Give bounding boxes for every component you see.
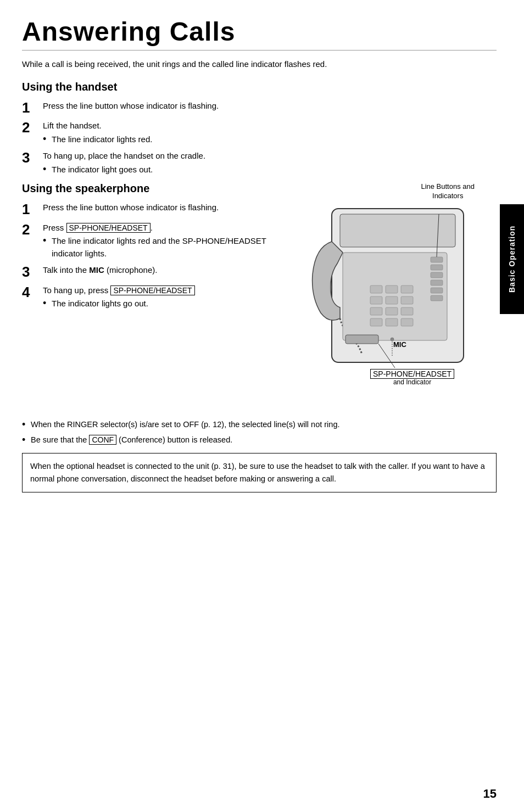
step-number: 2 [22, 120, 43, 136]
bullet-text: The indicator light goes out. [52, 164, 153, 176]
info-box: When the optional headset is connected t… [22, 453, 497, 492]
svg-rect-10 [386, 285, 398, 293]
svg-rect-3 [431, 257, 443, 262]
sp-phone-headset-box: SP-PHONE/HEADSET [66, 223, 150, 233]
step-number: 4 [22, 284, 43, 300]
phone-illustration-area: Line Buttons and Indicators [299, 182, 497, 402]
svg-rect-18 [370, 318, 382, 326]
line-buttons-label: Line Buttons and Indicators [421, 182, 475, 201]
step-text: Press the line button whose indicator is… [43, 203, 219, 212]
step-bullet: • The line indicator lights red. [43, 133, 152, 146]
svg-rect-21 [345, 335, 378, 344]
side-tab: Basic Operation [500, 204, 524, 314]
bullet-dot: • [43, 133, 52, 145]
svg-rect-17 [401, 307, 413, 315]
step-number: 3 [22, 150, 43, 166]
svg-rect-6 [431, 280, 443, 285]
intro-text: While a call is being received, the unit… [22, 58, 497, 71]
svg-rect-20 [401, 318, 413, 326]
sp-step-3: 3 Talk into the MIC (microphone). [22, 264, 293, 280]
mic-label: MIC [393, 340, 406, 349]
bullet-text: The line indicator lights red. [52, 133, 152, 146]
step-text: Lift the handset. [43, 121, 102, 130]
svg-rect-13 [386, 296, 398, 304]
step-bullet: • The indicator light goes out. [43, 164, 205, 176]
note-1: • When the RINGER selector(s) is/are set… [22, 419, 497, 431]
step-text-plain: Talk into the [43, 265, 89, 275]
page-title: Answering Calls [22, 16, 497, 47]
title-divider [22, 50, 497, 51]
sp-phone-label: SP-PHONE/HEADSET and Indicator [370, 369, 454, 386]
note-text: Be sure that the CONF (Conference) butto… [31, 434, 232, 446]
svg-rect-9 [370, 285, 382, 293]
step-bullet: • The indicator lights go out. [43, 298, 195, 310]
handset-heading: Using the handset [22, 81, 497, 93]
note-2: • Be sure that the CONF (Conference) but… [22, 434, 497, 446]
sp-step-4: 4 To hang up, press SP-PHONE/HEADSET • T… [22, 284, 293, 310]
handset-section: Using the handset 1 Press the line butto… [22, 81, 497, 176]
step-number: 1 [22, 201, 43, 217]
bullet-dot: • [43, 235, 52, 247]
svg-rect-19 [386, 318, 398, 326]
side-tab-text: Basic Operation [508, 226, 516, 293]
bullet-dot: • [22, 434, 31, 446]
handset-step-2: 2 Lift the handset. • The line indicator… [22, 120, 497, 145]
handset-step-1: 1 Press the line button whose indicator … [22, 100, 497, 116]
svg-rect-7 [431, 288, 443, 293]
bullet-dot: • [22, 419, 31, 431]
bullet-dot: • [43, 298, 52, 310]
step-text: To hang up, place the handset on the cra… [43, 151, 205, 160]
bullet-dot: • [43, 164, 52, 176]
svg-rect-11 [401, 285, 413, 293]
step-number: 3 [22, 264, 43, 280]
svg-rect-8 [431, 295, 443, 301]
sp-step-1: 1 Press the line button whose indicator … [22, 201, 293, 217]
mic-bold: MIC [89, 265, 104, 275]
note-text: When the RINGER selector(s) is/are set t… [31, 419, 339, 431]
step-number: 2 [22, 222, 43, 238]
sp-phone-headset-box-2: SP-PHONE/HEADSET [110, 285, 194, 295]
step-text: Press the line button whose indicator is… [43, 101, 219, 110]
speakerphone-main: Using the speakerphone 1 Press the line … [22, 182, 497, 402]
sp-step-2: 2 Press SP-PHONE/HEADSET. • The line ind… [22, 222, 293, 260]
handset-step-3: 3 To hang up, place the handset on the c… [22, 150, 497, 176]
sp-phone-sub: and Indicator [393, 378, 431, 386]
bullet-text: The indicator lights go out. [52, 298, 148, 310]
step-text-plain: To hang up, press [43, 285, 110, 295]
step-text-period: . [150, 223, 153, 232]
svg-rect-15 [370, 307, 382, 315]
notes-section: • When the RINGER selector(s) is/are set… [22, 419, 497, 492]
svg-rect-4 [431, 265, 443, 270]
conf-box: CONF [89, 435, 116, 445]
step-number: 1 [22, 100, 43, 116]
svg-rect-16 [386, 307, 398, 315]
page-number: 15 [483, 787, 497, 801]
svg-rect-14 [401, 296, 413, 304]
step-text-plain: Press [43, 223, 66, 232]
step-text-after: (microphone). [104, 265, 158, 275]
svg-rect-12 [370, 296, 382, 304]
speakerphone-heading: Using the speakerphone [22, 182, 293, 195]
bullet-text: The line indicator lights red and the SP… [52, 235, 293, 260]
sp-phone-box: SP-PHONE/HEADSET [370, 369, 454, 379]
speakerphone-left: Using the speakerphone 1 Press the line … [22, 182, 299, 315]
step-bullet: • The line indicator lights red and the … [43, 235, 293, 260]
svg-rect-5 [431, 272, 443, 278]
